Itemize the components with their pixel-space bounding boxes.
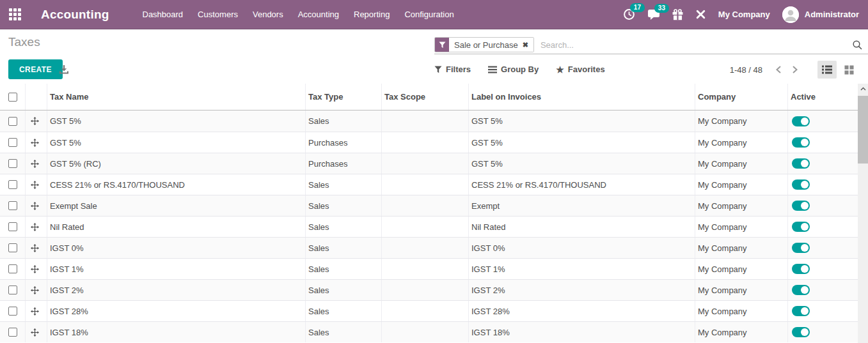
scrollbar-up-icon[interactable] xyxy=(858,84,868,94)
menu-item-customers[interactable]: Customers xyxy=(198,10,238,19)
header-tax-scope[interactable]: Tax Scope xyxy=(382,84,469,110)
row-checkbox[interactable] xyxy=(8,286,17,294)
scrollbar-thumb[interactable] xyxy=(858,96,868,164)
tax-type-cell: Sales xyxy=(306,238,382,258)
label-on-invoices-cell: CESS 21% or RS.4170/THOUSAND xyxy=(469,174,695,195)
tax-scope-cell xyxy=(382,195,469,216)
drag-handle-icon[interactable] xyxy=(31,160,39,168)
header-tax-type[interactable]: Tax Type xyxy=(306,84,382,110)
search-input[interactable] xyxy=(534,40,852,50)
tax-type-cell: Sales xyxy=(306,322,382,342)
table-row[interactable]: IGST 2% Sales IGST 2% My Company xyxy=(0,279,858,300)
main-menu: Dashboard Customers Vendors Accounting R… xyxy=(143,10,454,19)
filters-label: Filters xyxy=(446,65,471,74)
menu-item-reporting[interactable]: Reporting xyxy=(354,10,390,19)
header-active[interactable]: Active xyxy=(788,84,858,110)
company-switcher[interactable]: My Company xyxy=(718,10,770,19)
drag-handle-icon[interactable] xyxy=(31,139,39,147)
favorites-button[interactable]: ★ Favorites xyxy=(556,65,604,74)
table-row[interactable]: GST 5% (RC) Purchases GST 5% My Company xyxy=(0,153,858,174)
active-toggle[interactable] xyxy=(792,179,810,190)
row-checkbox[interactable] xyxy=(8,159,17,168)
user-menu[interactable]: Administrator xyxy=(782,6,859,23)
row-checkbox[interactable] xyxy=(8,117,17,126)
search-bar[interactable]: Sale or Purchase ✖ xyxy=(434,36,868,54)
drag-handle-icon[interactable] xyxy=(31,328,39,337)
create-button[interactable]: CREATE xyxy=(8,59,63,79)
group-by-button[interactable]: Group By xyxy=(488,65,539,74)
messages-button[interactable]: 33 xyxy=(647,9,660,20)
drag-handle-icon[interactable] xyxy=(31,202,39,210)
active-toggle[interactable] xyxy=(792,116,810,126)
tools-button[interactable] xyxy=(695,9,706,20)
menu-item-vendors[interactable]: Vendors xyxy=(253,10,283,19)
menu-item-configuration[interactable]: Configuration xyxy=(404,10,454,19)
active-toggle[interactable] xyxy=(792,243,810,253)
table-row[interactable]: IGST 0% Sales IGST 0% My Company xyxy=(0,237,858,258)
table-row[interactable]: CESS 21% or RS.4170/THOUSAND Sales CESS … xyxy=(0,174,858,195)
row-checkbox[interactable] xyxy=(8,264,17,273)
activity-count-badge: 17 xyxy=(630,3,645,12)
table-row[interactable]: IGST 18% Sales IGST 18% My Company xyxy=(0,321,858,342)
tax-scope-cell xyxy=(382,111,469,132)
facet-remove-icon[interactable]: ✖ xyxy=(523,41,528,49)
header-company[interactable]: Company xyxy=(695,84,788,110)
menu-item-dashboard[interactable]: Dashboard xyxy=(143,10,184,19)
row-checkbox[interactable] xyxy=(8,180,17,189)
export-download-icon[interactable] xyxy=(59,65,69,75)
active-toggle[interactable] xyxy=(792,137,810,148)
company-cell: My Company xyxy=(695,301,788,321)
table-row[interactable]: GST 5% Purchases GST 5% My Company xyxy=(0,132,858,153)
row-select-cell xyxy=(0,174,26,195)
search-options: Filters Group By ★ Favorites xyxy=(434,65,605,74)
row-checkbox[interactable] xyxy=(8,243,17,252)
active-toggle[interactable] xyxy=(792,222,810,232)
filters-button[interactable]: Filters xyxy=(434,65,471,74)
list-view-icon[interactable] xyxy=(817,61,837,79)
drag-handle-icon[interactable] xyxy=(31,181,39,189)
vertical-scrollbar[interactable] xyxy=(858,84,868,343)
active-toggle[interactable] xyxy=(792,306,810,316)
menu-item-accounting[interactable]: Accounting xyxy=(298,10,339,19)
drag-handle-icon[interactable] xyxy=(31,223,39,231)
pager-next-icon[interactable] xyxy=(787,61,803,79)
drag-handle-icon[interactable] xyxy=(31,265,39,273)
active-toggle[interactable] xyxy=(792,201,810,211)
header-label-on-invoices[interactable]: Label on Invoices xyxy=(469,84,695,110)
header-tax-name[interactable]: Tax Name xyxy=(47,84,306,110)
table-row[interactable]: Nil Rated Sales Nil Rated My Company xyxy=(0,216,858,237)
row-checkbox[interactable] xyxy=(8,307,17,316)
active-toggle[interactable] xyxy=(792,264,810,274)
row-checkbox[interactable] xyxy=(8,138,17,147)
row-checkbox[interactable] xyxy=(8,222,17,231)
handle-header-cell xyxy=(26,84,47,110)
gift-button[interactable] xyxy=(672,9,683,20)
table-row[interactable]: IGST 1% Sales IGST 1% My Company xyxy=(0,258,858,279)
label-on-invoices-cell: Nil Rated xyxy=(469,217,695,237)
search-icon[interactable] xyxy=(852,40,863,50)
table-row[interactable]: IGST 28% Sales IGST 28% My Company xyxy=(0,300,858,321)
drag-handle-icon[interactable] xyxy=(31,244,39,252)
drag-handle-icon[interactable] xyxy=(31,307,39,316)
label-on-invoices-cell: IGST 28% xyxy=(469,301,695,321)
active-toggle[interactable] xyxy=(792,285,810,295)
apps-menu-icon[interactable] xyxy=(9,8,21,20)
drag-handle-icon[interactable] xyxy=(31,117,39,125)
active-toggle[interactable] xyxy=(792,158,810,169)
tax-type-cell: Sales xyxy=(306,111,382,132)
row-checkbox[interactable] xyxy=(8,201,17,210)
control-panel-top: Taxes Sale or Purchase ✖ xyxy=(0,29,868,57)
drag-handle-icon[interactable] xyxy=(31,286,39,294)
table-header-row: Tax Name Tax Type Tax Scope Label on Inv… xyxy=(0,84,858,111)
kanban-view-icon[interactable] xyxy=(839,61,858,79)
activities-button[interactable]: 17 xyxy=(623,8,635,20)
pager-prev-icon[interactable] xyxy=(770,61,787,79)
company-cell: My Company xyxy=(695,111,788,132)
table-row[interactable]: GST 5% Sales GST 5% My Company xyxy=(0,111,858,132)
row-checkbox[interactable] xyxy=(8,328,17,337)
label-on-invoices-cell: IGST 0% xyxy=(469,238,695,258)
table-row[interactable]: Exempt Sale Sales Exempt My Company xyxy=(0,195,858,216)
active-toggle[interactable] xyxy=(792,327,810,337)
select-all-checkbox[interactable] xyxy=(8,93,17,102)
active-cell xyxy=(788,280,858,300)
